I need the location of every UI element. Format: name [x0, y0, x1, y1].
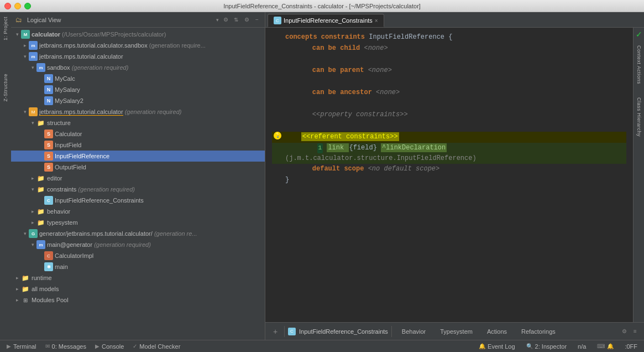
code-text-4: can be parent <none>	[294, 65, 626, 76]
code-line-1: concepts constraints InputFieldReference…	[272, 32, 626, 43]
editor-tabs: C InputFieldReference_Constraints ×	[265, 12, 644, 28]
inspector-item[interactable]: 🔍 2: Inspector	[524, 343, 569, 350]
editor-content[interactable]: concepts constraints InputFieldReference…	[265, 28, 633, 322]
tab-constraint-icon: C	[274, 17, 281, 24]
tree-item-calcimpl[interactable]: C CalculatorImpl	[11, 250, 265, 261]
tree-item-mysalary[interactable]: N MySalary	[11, 84, 265, 95]
s-icon-calc: S	[44, 130, 53, 138]
tree-arrow-mysalary2	[36, 97, 44, 105]
constraint-icon-ifr: C	[44, 196, 53, 205]
code-text-1: concepts constraints InputFieldReference…	[283, 32, 626, 43]
tree-item-sandbox-gen[interactable]: m sandbox (generation required)	[11, 62, 265, 73]
gear-icon[interactable]: ⚙	[242, 15, 251, 24]
tree-label-outputfield: OutputField	[55, 164, 86, 170]
tree-item-typesystem[interactable]: 📁 typesystem	[11, 217, 265, 228]
folder-icon-typesystem: 📁	[36, 218, 45, 227]
context-panel: ✓ Context Actions Class Hierarchy	[633, 28, 644, 322]
tab-actions[interactable]: Actions	[480, 325, 514, 338]
terminal-icon: ▶	[7, 343, 11, 349]
console-item[interactable]: ▶ Console	[93, 343, 126, 350]
class-hierarchy-label[interactable]: Class Hierarchy	[636, 97, 642, 137]
zstructure-label[interactable]: Z-Structure	[3, 74, 8, 102]
dropdown-arrow[interactable]: ▾	[216, 17, 219, 23]
tree-item-mycalc[interactable]: N MyCalc	[11, 73, 265, 84]
model-icon-sandbox: m	[29, 41, 38, 50]
tree-item-jmtc[interactable]: m jetbrains.mps.tutorial.calculator	[11, 51, 265, 62]
tree-item-outputfield[interactable]: S OutputField	[11, 162, 265, 173]
tree-item-main-gen[interactable]: m main@generator (generation required)	[11, 239, 265, 250]
tree-item-modules-pool[interactable]: ⊞ Modules Pool	[11, 294, 265, 306]
module-pool-icon: ⊞	[21, 296, 30, 304]
list-icon[interactable]: ≡	[631, 327, 640, 336]
window-title: InputFieldReference_Constraints - calcul…	[223, 3, 421, 9]
tree-label-calcimpl: CalculatorImpl	[55, 252, 93, 259]
settings-icon[interactable]: ⚙	[221, 15, 230, 24]
code-line-10: 💡 <<referent constraints>>	[272, 132, 626, 143]
minus-icon[interactable]: −	[253, 15, 261, 24]
tree-arrow-sandbox-gen	[29, 64, 36, 71]
tree-item-structure[interactable]: 📁 structure	[11, 117, 265, 128]
tab-close-icon[interactable]: ×	[375, 18, 378, 24]
project-label[interactable]: 1: Project	[3, 17, 8, 40]
tree-item-calculator[interactable]: M calculator (/Users/Oscar/MPSProjects/c…	[11, 29, 265, 40]
logical-view-title: Logical View	[27, 17, 214, 23]
gear-bottom-icon[interactable]: ⚙	[620, 327, 629, 336]
tree-arrow-runtime	[13, 274, 21, 282]
tree-arrow-inputfield	[36, 141, 44, 149]
tree-arrow-constraints	[29, 185, 36, 193]
tree-arrow-sandbox	[21, 42, 29, 49]
tab-typesystem[interactable]: Typesystem	[433, 325, 479, 338]
event-log-item[interactable]: 🔔 Event Log	[477, 343, 517, 350]
close-button[interactable]	[4, 3, 11, 9]
tree-item-behavior[interactable]: 📁 behavior	[11, 206, 265, 217]
minimize-button[interactable]	[14, 3, 21, 9]
status-off-item: :0FF	[622, 343, 640, 350]
status-icons: ⌨ 🔔	[597, 343, 614, 349]
messages-item[interactable]: ✉ 0: Messages	[43, 343, 88, 350]
tree-label-sandbox: jetbrains.mps.tutorial.calculator.sandbo…	[39, 42, 206, 49]
tree-item-calculator-concept[interactable]: S Calculator	[11, 128, 265, 139]
tree-item-inputfieldref[interactable]: S InputFieldReference	[11, 151, 265, 162]
bulb-icon[interactable]: 💡	[274, 132, 281, 139]
maximize-button[interactable]	[24, 3, 31, 9]
tree-arrow-behavior	[29, 208, 36, 215]
tab-behavior[interactable]: Behavior	[395, 325, 432, 338]
window-controls[interactable]	[4, 3, 31, 9]
constraint-icon-main: ✱	[44, 262, 53, 271]
tree-label-mysalary: MySalary	[55, 86, 80, 93]
add-tab-button[interactable]: +	[270, 326, 281, 337]
tree-item-runtime[interactable]: 📁 runtime	[11, 272, 265, 283]
tree-item-inputfield[interactable]: S InputField	[11, 139, 265, 151]
code-line-2: can be child <none>	[272, 43, 626, 54]
messages-label: 0: Messages	[52, 343, 86, 350]
tab-refactorings[interactable]: Refactorings	[515, 325, 562, 338]
tree-item-all-models[interactable]: 📁 all models	[11, 283, 265, 294]
tree-label-inputfield: InputField	[55, 142, 81, 148]
tree-arrow-editor	[29, 174, 36, 182]
context-actions-label[interactable]: Context Actions	[636, 45, 642, 84]
tree-item-jmtc-orange[interactable]: M jetbrains.mps.tutorial.calculator (gen…	[11, 106, 265, 117]
tree-item-main[interactable]: ✱ main	[11, 261, 265, 272]
tree-arrow-generator	[21, 230, 29, 237]
tree-item-ifr-constraints[interactable]: C InputFieldReference_Constraints	[11, 195, 265, 206]
n-icon-mycalc: N	[44, 74, 53, 83]
model-checker-item[interactable]: ✓ Model Checker	[130, 343, 182, 350]
panel-header: 🗂 Logical View ▾ ⚙ ⇅ ⚙ −	[11, 12, 265, 28]
actions-tab-label: Actions	[487, 328, 507, 335]
s-icon-outputfield: S	[44, 163, 53, 172]
keyboard-icon: ⌨	[597, 343, 605, 349]
tree-item-constraints[interactable]: 📁 constraints (generation required)	[11, 184, 265, 195]
code-text-6: can be ancestor <none>	[294, 87, 626, 98]
code-line-6: can be ancestor <none>	[272, 87, 626, 99]
tree-item-editor[interactable]: 📁 editor	[11, 173, 265, 184]
logical-view-icon: 🗂	[14, 15, 23, 24]
code-line-blank-4	[272, 121, 626, 132]
tree-item-mysalary2[interactable]: N MySalary2	[11, 95, 265, 106]
tree-item-jetbrains-sandbox[interactable]: m jetbrains.mps.tutorial.calculator.sand…	[11, 40, 265, 51]
tab-inputfieldref-constraints[interactable]: C InputFieldReference_Constraints ×	[268, 14, 384, 27]
scroll-icon[interactable]: ⇅	[232, 15, 240, 24]
tree-item-generator[interactable]: G generator/jetbrains.mps.tutorial.calcu…	[11, 228, 265, 239]
code-line-13: }	[272, 175, 626, 186]
terminal-item[interactable]: ▶ Terminal	[4, 343, 39, 350]
tree-label-behavior: behavior	[47, 208, 70, 215]
